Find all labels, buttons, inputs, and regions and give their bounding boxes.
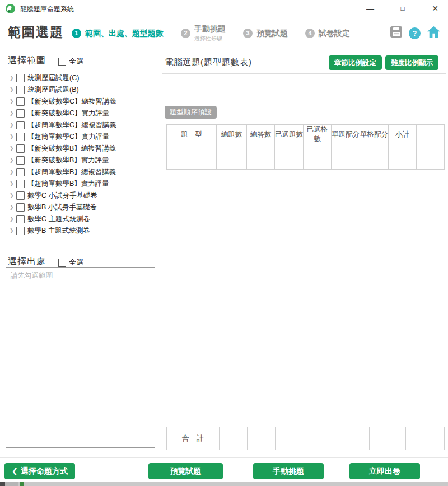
tree-item[interactable]: ❯數學C 主題式統測卷: [6, 213, 155, 225]
page-title: 範圍選題: [8, 24, 64, 41]
tree-item-label: 【新突破數學C】實力評量: [27, 108, 110, 119]
source-select-all-checkbox[interactable]: [58, 259, 66, 267]
total-label-cell: 合 計: [167, 427, 220, 450]
tree-item[interactable]: ❯【新突破數學B】總複習講義: [6, 143, 155, 155]
expand-chevron-icon[interactable]: ❯: [10, 225, 16, 237]
source-select-all[interactable]: 全選: [58, 258, 83, 268]
item-checkbox[interactable]: [16, 109, 25, 118]
step-3-badge[interactable]: 3: [243, 29, 253, 38]
minimize-button[interactable]: —: [357, 0, 383, 17]
preview-questions-button[interactable]: 預覽試題: [148, 463, 223, 479]
range-select-all[interactable]: 全選: [58, 57, 83, 67]
app-logo-icon: [6, 4, 15, 13]
item-checkbox[interactable]: [16, 86, 25, 94]
expand-chevron-icon[interactable]: ❯: [10, 143, 16, 155]
strip-segment: [5, 482, 18, 486]
item-checkbox[interactable]: [16, 121, 25, 129]
expand-chevron-icon[interactable]: ❯: [10, 166, 16, 178]
item-checkbox[interactable]: [16, 133, 25, 141]
step-4-label[interactable]: 試卷設定: [319, 29, 350, 39]
expand-chevron-icon[interactable]: ❯: [10, 178, 16, 190]
item-checkbox[interactable]: [16, 180, 25, 188]
col-header-points-per-question: 單題配分: [332, 125, 360, 144]
expand-chevron-icon[interactable]: ❯: [10, 108, 16, 119]
col-header-type: 題 型: [167, 125, 217, 144]
tree-item-label: 【超簡單數學C】總複習講義: [27, 119, 116, 131]
cell-subtotal[interactable]: [389, 144, 417, 170]
tree-item[interactable]: ❯統測歷屆試題(C): [6, 72, 155, 84]
item-checkbox[interactable]: [16, 227, 25, 235]
expand-chevron-icon[interactable]: ❯: [10, 131, 16, 143]
expand-chevron-icon[interactable]: ❯: [10, 119, 16, 131]
col-header-selected-cells: 已選格數: [304, 125, 332, 144]
item-checkbox[interactable]: [16, 156, 25, 165]
tree-item[interactable]: ❯數學B 小試身手基礎卷: [6, 202, 155, 213]
step-1-badge[interactable]: 1: [72, 29, 81, 38]
cell-total-answers[interactable]: [247, 144, 275, 170]
step-2-sublabel: 選擇性步驟: [194, 35, 222, 43]
item-checkbox[interactable]: [16, 144, 25, 153]
step-navigation: 1 範圍、出處、題型題數 — 2 手動挑題 選擇性步驟 — 3 預覽試題 — 4…: [72, 17, 350, 50]
tree-item[interactable]: ❯【超簡單數學C】實力評量: [6, 131, 155, 143]
item-checkbox[interactable]: [16, 74, 25, 82]
tree-item[interactable]: ❯統測歷屆試題(B): [6, 84, 155, 96]
expand-chevron-icon[interactable]: ❯: [10, 84, 16, 96]
tree-item[interactable]: ❯數學B 主題式統測卷: [6, 225, 155, 237]
step-2-badge[interactable]: 2: [181, 29, 190, 38]
range-select-all-checkbox[interactable]: [58, 58, 66, 66]
back-to-method-button[interactable]: ❮選擇命題方式: [4, 463, 75, 479]
chevron-left-icon: ❮: [12, 467, 18, 475]
col-header-total-answers: 總答數: [247, 125, 275, 144]
item-checkbox[interactable]: [16, 97, 25, 106]
cell-total-questions[interactable]: [217, 144, 247, 170]
step-4-badge[interactable]: 4: [305, 29, 315, 38]
tree-item[interactable]: ❯【超簡單數學B】總複習講義: [6, 166, 155, 178]
manual-pick-button[interactable]: 手動挑題: [253, 463, 324, 479]
expand-chevron-icon[interactable]: ❯: [10, 213, 16, 225]
cell-points-per-question[interactable]: [332, 144, 360, 170]
source-placeholder: 請先勾選範圍: [11, 271, 53, 281]
tree-item[interactable]: ❯【超簡單數學C】總複習講義: [6, 119, 155, 131]
expand-chevron-icon[interactable]: ❯: [10, 96, 16, 108]
bottom-edge-strip: [0, 482, 448, 486]
expand-chevron-icon[interactable]: ❯: [10, 190, 16, 202]
step-1-label[interactable]: 範圍、出處、題型題數: [85, 29, 164, 39]
tree-item[interactable]: ❯【新突破數學B】實力評量: [6, 155, 155, 166]
item-checkbox[interactable]: [16, 168, 25, 176]
col-header-total-questions: 總題數: [217, 125, 247, 144]
difficulty-ratio-button[interactable]: 難度比例顯示: [385, 55, 438, 70]
close-button[interactable]: ✕: [422, 0, 448, 17]
cell-type[interactable]: [167, 144, 217, 170]
table-right-border: [444, 124, 444, 427]
item-checkbox[interactable]: [16, 191, 25, 200]
save-icon[interactable]: [390, 26, 402, 40]
col-header-points-per-cell: 單格配分: [360, 125, 389, 144]
expand-chevron-icon[interactable]: ❯: [10, 202, 16, 213]
step-connector: —: [231, 29, 238, 38]
chapter-ratio-button[interactable]: 章節比例設定: [329, 55, 382, 70]
generate-paper-button[interactable]: 立即出卷: [349, 463, 420, 479]
step-3-label[interactable]: 預覽試題: [256, 29, 288, 39]
expand-chevron-icon[interactable]: ❯: [10, 155, 16, 166]
range-section-title: 選擇範圍: [8, 55, 46, 67]
cell-points-per-cell[interactable]: [360, 144, 389, 170]
cell-selected-cells[interactable]: [304, 144, 332, 170]
help-icon[interactable]: ?: [409, 27, 421, 39]
tree-item[interactable]: ❯數學C 小試身手基礎卷: [6, 190, 155, 202]
tree-item[interactable]: ❯【新突破數學C】實力評量: [6, 108, 155, 119]
item-checkbox[interactable]: [16, 215, 25, 223]
tree-item[interactable]: ❯【超簡單數學B】實力評量: [6, 178, 155, 190]
expand-chevron-icon[interactable]: ❯: [10, 72, 16, 84]
footer-divider: [0, 457, 448, 458]
total-value-cell: [406, 427, 445, 450]
table-header-row: 題 型 總題數 總答數 已選題數 已選格數 單題配分 單格配分 小計: [167, 125, 445, 144]
item-checkbox[interactable]: [16, 203, 25, 212]
home-icon[interactable]: [427, 26, 440, 40]
step-2[interactable]: 手動挑題 選擇性步驟: [194, 24, 226, 43]
step-2-label[interactable]: 手動挑題: [194, 24, 226, 34]
tree-item-label: 數學B 主題式統測卷: [27, 225, 90, 237]
cell-selected-questions[interactable]: [275, 144, 304, 170]
range-tree: ❯統測歷屆試題(C) ❯統測歷屆試題(B) ❯【新突破數學C】總複習講義 ❯【新…: [6, 69, 155, 246]
maximize-button[interactable]: □: [390, 0, 416, 17]
tree-item[interactable]: ❯【新突破數學C】總複習講義: [6, 96, 155, 108]
